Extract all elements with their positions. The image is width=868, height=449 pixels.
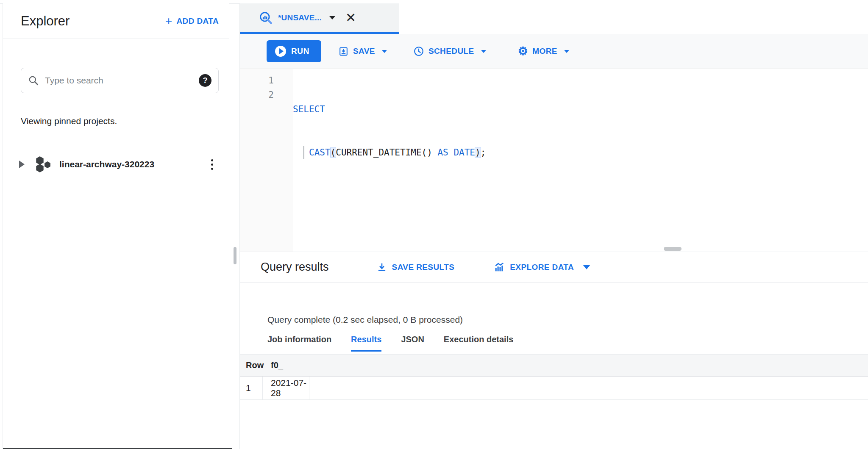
save-button[interactable]: SAVE bbox=[338, 46, 387, 57]
table-header-row: Row f0_ bbox=[240, 354, 868, 377]
more-caret-icon bbox=[564, 50, 569, 53]
tab-results[interactable]: Results bbox=[351, 335, 381, 352]
search-input[interactable] bbox=[45, 75, 193, 86]
query-results-header: Query results SAVE RESULTS EXPLORE DA bbox=[240, 252, 868, 283]
line-number: 1 bbox=[240, 73, 274, 88]
add-data-label: ADD DATA bbox=[176, 17, 219, 26]
run-button[interactable]: RUN bbox=[267, 40, 321, 62]
explore-data-label: EXPLORE DATA bbox=[510, 263, 574, 272]
results-tab-bar: Job information Results JSON Execution d… bbox=[267, 335, 513, 352]
tab-close-icon[interactable]: ✕ bbox=[345, 11, 356, 24]
sql-editor[interactable]: 1 2 SELECT CAST(CURRENT_DATETIME() AS DA… bbox=[240, 69, 868, 252]
schedule-caret-icon bbox=[481, 50, 486, 53]
schedule-button[interactable]: SCHEDULE bbox=[413, 46, 486, 57]
save-caret-icon bbox=[382, 50, 387, 53]
panel-resize-handle[interactable] bbox=[664, 247, 682, 251]
code-line-2: CAST(CURRENT_DATETIME() AS DATE); bbox=[293, 145, 868, 160]
table-row[interactable]: 1 2021-07-28 bbox=[240, 377, 868, 400]
code-area[interactable]: SELECT CAST(CURRENT_DATETIME() AS DATE); bbox=[293, 69, 868, 252]
help-icon[interactable]: ? bbox=[199, 74, 211, 87]
line-number-gutter: 1 2 bbox=[240, 69, 293, 252]
bigquery-query-icon bbox=[259, 11, 273, 25]
bigquery-console: Explorer + ADD DATA ? Viewing pinned pro… bbox=[0, 0, 868, 449]
save-label: SAVE bbox=[353, 47, 375, 56]
save-results-label: SAVE RESULTS bbox=[392, 263, 455, 272]
add-data-button[interactable]: + ADD DATA bbox=[165, 17, 219, 26]
query-tab[interactable]: *UNSAVE... ✕ bbox=[240, 3, 399, 34]
save-results-button[interactable]: SAVE RESULTS bbox=[376, 262, 455, 273]
tab-caret-down-icon[interactable] bbox=[329, 16, 335, 19]
explore-caret-icon bbox=[583, 265, 590, 269]
project-menu-button[interactable] bbox=[208, 158, 217, 172]
editor-toolbar: RUN SAVE SCHEDULE bbox=[240, 34, 868, 69]
save-icon bbox=[338, 46, 349, 57]
code-line-1: SELECT bbox=[293, 102, 868, 116]
line-number: 2 bbox=[240, 88, 274, 102]
query-tab-label: *UNSAVE... bbox=[278, 13, 322, 22]
query-results-title: Query results bbox=[261, 261, 329, 274]
expand-arrow-icon[interactable] bbox=[19, 161, 25, 168]
column-header-row: Row bbox=[240, 355, 263, 376]
tab-job-information[interactable]: Job information bbox=[267, 335, 331, 352]
cell-row-number: 1 bbox=[240, 377, 263, 399]
search-icon bbox=[28, 75, 39, 86]
query-status: Query complete (0.2 sec elapsed, 0 B pro… bbox=[267, 315, 463, 325]
play-icon bbox=[275, 46, 286, 57]
cell-f0-value: 2021-07-28 bbox=[263, 377, 309, 399]
clock-icon bbox=[413, 46, 424, 57]
help-glyph: ? bbox=[203, 76, 208, 85]
plus-icon: + bbox=[165, 17, 172, 25]
editor-tab-bar: *UNSAVE... ✕ bbox=[240, 3, 868, 34]
explorer-search-box[interactable]: ? bbox=[21, 68, 219, 93]
column-header-f0: f0_ bbox=[263, 355, 309, 376]
results-table: Row f0_ 1 2021-07-28 bbox=[240, 354, 868, 400]
more-label: MORE bbox=[532, 47, 557, 56]
tab-json[interactable]: JSON bbox=[401, 335, 424, 352]
project-row[interactable]: linear-archway-320223 bbox=[3, 152, 229, 176]
gear-icon: ⚙ bbox=[518, 46, 529, 57]
explore-data-button[interactable]: EXPLORE DATA bbox=[493, 261, 590, 273]
tab-execution-details[interactable]: Execution details bbox=[444, 335, 514, 352]
viewing-pinned-text: Viewing pinned projects. bbox=[21, 116, 117, 126]
download-icon bbox=[376, 262, 387, 273]
more-button[interactable]: ⚙ MORE bbox=[518, 46, 569, 57]
explorer-header: Explorer + ADD DATA bbox=[3, 3, 229, 39]
chart-icon bbox=[493, 261, 505, 273]
schedule-label: SCHEDULE bbox=[428, 47, 474, 56]
explorer-panel: Explorer + ADD DATA ? Viewing pinned pro… bbox=[3, 3, 229, 449]
run-label: RUN bbox=[291, 47, 309, 56]
project-hexagons-icon bbox=[34, 155, 53, 173]
explorer-title: Explorer bbox=[21, 14, 70, 29]
main-panel: *UNSAVE... ✕ RUN SAVE bbox=[239, 3, 868, 449]
vertical-scrollbar[interactable] bbox=[234, 247, 236, 264]
project-name: linear-archway-320223 bbox=[59, 159, 154, 169]
